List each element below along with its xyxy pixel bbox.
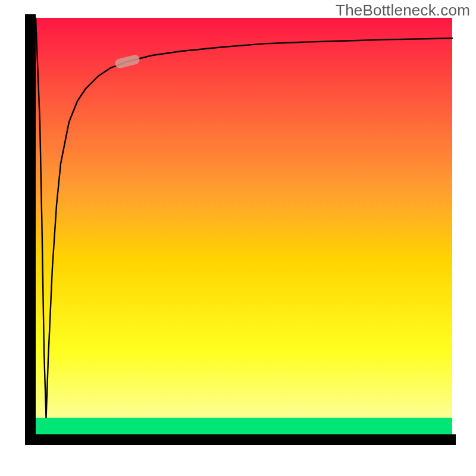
gradient-background: [36, 18, 452, 434]
x-axis: [25, 434, 456, 445]
chart-container: TheBottleneck.com: [0, 0, 476, 476]
watermark-text: TheBottleneck.com: [336, 1, 470, 20]
y-axis: [25, 14, 36, 438]
plot-area: [25, 14, 456, 445]
bottleneck-chart: [0, 0, 476, 476]
green-band: [36, 418, 452, 434]
